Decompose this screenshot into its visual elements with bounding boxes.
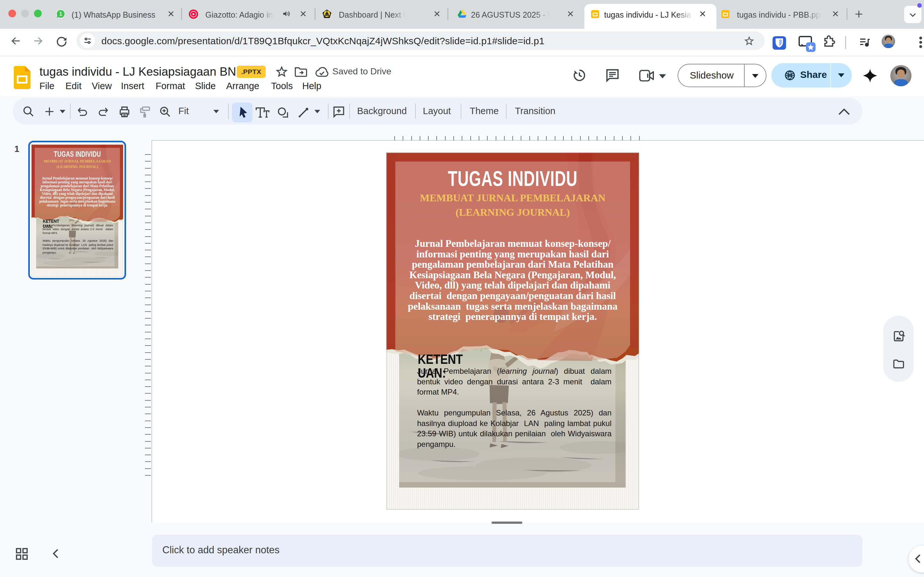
svg-text:1: 1 bbox=[59, 11, 62, 17]
